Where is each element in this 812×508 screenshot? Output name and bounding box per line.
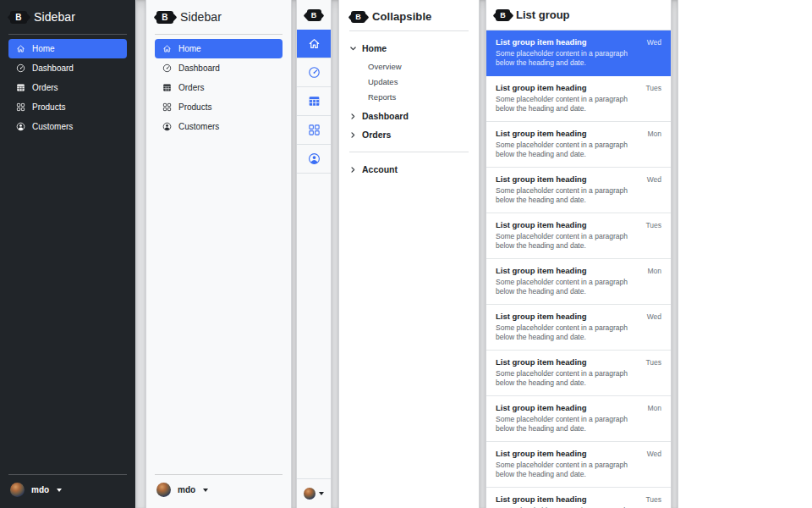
divider-line [155, 34, 283, 35]
sidebar-title: Collapsible [372, 10, 431, 23]
caret-down-icon [319, 492, 324, 495]
sidebar-item-customers[interactable]: Customers [155, 117, 283, 136]
table-icon [16, 83, 25, 92]
user-dropdown[interactable]: mdo [155, 474, 283, 500]
avatar [304, 488, 315, 500]
list-item-heading: List group item heading [496, 357, 587, 367]
sidebar-item-home[interactable]: Home [155, 39, 283, 58]
list-item-heading: List group item heading [496, 266, 587, 275]
collapse-label: Dashboard [362, 111, 409, 121]
nav-label: Orders [178, 82, 205, 94]
list-item-heading: List group item heading [496, 220, 587, 229]
list-item-day: Mon [647, 130, 661, 138]
brand-link[interactable]: B Sidebar [155, 8, 283, 24]
list-item[interactable]: List group item heading Wed Some placeho… [486, 168, 671, 213]
house-icon [16, 44, 25, 53]
list-item[interactable]: List group item heading Mon Some placeho… [486, 122, 671, 168]
list-item-body: Some placeholder content in a paragraph … [496, 232, 638, 251]
user-dropdown[interactable]: mdo [8, 474, 127, 500]
caret-down-icon [203, 489, 208, 492]
list-item-body: Some placeholder content in a paragraph … [496, 278, 638, 296]
sidebar-icons-only: B [297, 0, 331, 508]
sidebar-item-products[interactable]: Products [155, 97, 283, 117]
collapse-label: Account [362, 164, 398, 174]
list-item-body: Some placeholder content in a paragraph … [496, 369, 638, 388]
example-divider [135, 0, 146, 508]
list-item-heading: List group item heading [496, 403, 587, 412]
list-item-day: Wed [647, 312, 661, 321]
nav-label: Home [32, 43, 55, 55]
brand-link[interactable]: B Collapsible [349, 8, 469, 23]
list-item[interactable]: List group item heading Tues Some placeh… [486, 76, 671, 122]
list-item-day: Wed [647, 175, 661, 184]
sidebar-list-group: B List group List group item heading Wed… [486, 0, 671, 508]
list-item[interactable]: List group item heading Tues Some placeh… [486, 213, 671, 259]
list-item[interactable]: List group item heading Mon Some placeho… [486, 259, 671, 305]
list-item-body: Some placeholder content in a paragraph … [496, 141, 638, 159]
sidebar-item-orders[interactable]: Orders [155, 78, 283, 97]
bootstrap-logo-icon: B [156, 11, 173, 24]
avatar [156, 483, 171, 497]
brand-link[interactable]: B [297, 0, 331, 30]
user-name: mdo [178, 485, 195, 494]
collapse-label: Orders [362, 130, 391, 140]
list-item-day: Mon [647, 404, 661, 412]
list-item[interactable]: List group item heading Wed Some placeho… [486, 305, 671, 351]
list-item[interactable]: List group item heading Wed Some placeho… [486, 442, 671, 488]
sidebar-item-products[interactable]: Products [8, 97, 127, 117]
collapse-toggle-account[interactable]: Account [349, 161, 469, 178]
nav-label: Customers [32, 121, 73, 133]
subnav-reports[interactable]: Reports [349, 89, 469, 104]
grid-icon [308, 124, 321, 136]
speedometer-icon [308, 66, 321, 79]
grid-icon [162, 102, 172, 112]
sidebar-item-dashboard[interactable]: Dashboard [8, 58, 127, 78]
sidebar-title: List group [516, 8, 570, 21]
list-item-day: Tues [645, 221, 661, 229]
list-item-body: Some placeholder content in a paragraph … [496, 186, 638, 205]
chevron-right-icon [349, 166, 357, 174]
sidebar-item-orders[interactable]: Orders [8, 78, 127, 97]
page-content-area [678, 0, 812, 508]
collapse-toggle-home[interactable]: Home [349, 40, 469, 57]
list-item-body: Some placeholder content in a paragraph … [496, 49, 638, 68]
icon-nav-products[interactable] [297, 116, 331, 145]
subnav-overview[interactable]: Overview [349, 58, 469, 74]
icon-nav-orders[interactable] [297, 87, 331, 116]
list-item-day: Tues [645, 495, 661, 504]
collapse-toggle-orders[interactable]: Orders [349, 126, 469, 143]
list-item-body: Some placeholder content in a paragraph … [496, 95, 638, 113]
list-item-heading: List group item heading [496, 312, 587, 321]
example-divider [671, 0, 678, 508]
list-item[interactable]: List group item heading Mon Some placeho… [486, 396, 671, 442]
icon-nav-customers[interactable] [297, 145, 331, 174]
user-dropdown[interactable] [297, 478, 331, 508]
subnav-updates[interactable]: Updates [349, 74, 469, 89]
bootstrap-logo-icon: B [351, 11, 365, 23]
house-icon [162, 44, 172, 53]
collapse-children: Overview Updates Reports [349, 58, 469, 104]
sidebar-item-home[interactable]: Home [8, 39, 127, 58]
nav-label: Products [178, 102, 211, 113]
speedometer-icon [16, 64, 25, 73]
list-item-heading: List group item heading [496, 494, 587, 504]
sidebar-item-customers[interactable]: Customers [8, 117, 127, 136]
list-item[interactable]: List group item heading Tues Some placeh… [486, 351, 671, 396]
brand-link[interactable]: B List group [486, 0, 671, 30]
table-icon [308, 95, 321, 108]
sidebar-title: Sidebar [180, 10, 222, 24]
collapse-toggle-dashboard[interactable]: Dashboard [349, 108, 469, 124]
list-item-day: Tues [645, 84, 661, 92]
brand-link[interactable]: B Sidebar [8, 8, 127, 24]
icon-nav-home[interactable] [297, 30, 331, 58]
list-item[interactable]: List group item heading Tues Some placeh… [486, 488, 671, 508]
icon-nav-dashboard[interactable] [297, 58, 331, 87]
divider-line [349, 30, 469, 31]
sidebar-item-dashboard[interactable]: Dashboard [155, 58, 283, 78]
list-item[interactable]: List group item heading Wed Some placeho… [486, 30, 671, 76]
nav-list: Home Dashboard Orders Products Customers [8, 39, 127, 136]
sidebar-dark: B Sidebar Home Dashboard Orders Products… [0, 0, 135, 508]
list-item-heading: List group item heading [496, 449, 587, 458]
table-icon [162, 83, 172, 92]
house-icon [308, 37, 321, 50]
